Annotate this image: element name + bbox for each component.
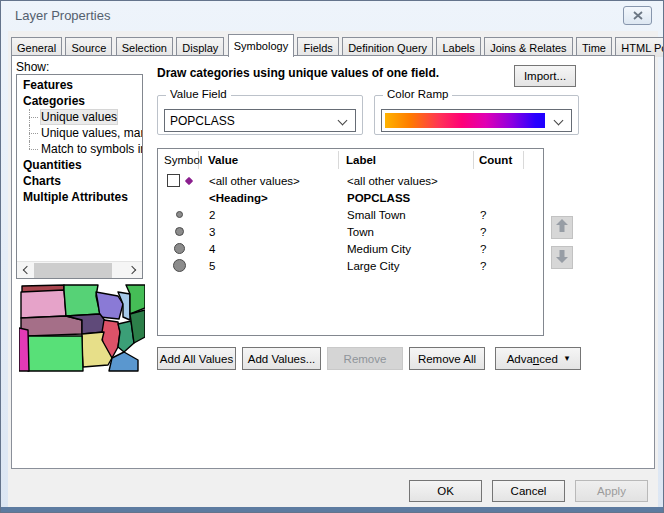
value-field-label: Value Field bbox=[166, 88, 231, 100]
tab-general[interactable]: General bbox=[11, 37, 62, 57]
add-values-button[interactable]: Add Values... bbox=[242, 347, 321, 370]
tab-labels[interactable]: Labels bbox=[436, 37, 480, 57]
value-field-value: POPCLASS bbox=[165, 114, 235, 128]
table-row[interactable]: <Heading> POPCLASS bbox=[159, 189, 525, 206]
value-field-group: Value Field POPCLASS bbox=[157, 95, 363, 135]
apply-button[interactable]: Apply bbox=[575, 480, 648, 502]
color-ramp-label: Color Ramp bbox=[383, 88, 452, 100]
tab-bar: General Source Selection Display Symbolo… bbox=[11, 34, 664, 56]
show-item-categories[interactable]: Categories bbox=[17, 93, 142, 109]
table-row[interactable]: 5 Large City ? bbox=[159, 257, 525, 274]
tab-fields[interactable]: Fields bbox=[297, 37, 338, 57]
value-field-combobox[interactable]: POPCLASS bbox=[164, 109, 356, 132]
header-count[interactable]: Count bbox=[474, 151, 524, 169]
tab-definition-query[interactable]: Definition Query bbox=[342, 37, 433, 57]
color-ramp-group: Color Ramp bbox=[374, 95, 579, 135]
header-symbol[interactable]: Symbol bbox=[158, 151, 199, 169]
graduated-symbol[interactable] bbox=[174, 243, 185, 254]
dialog-client-area: General Source Selection Display Symbolo… bbox=[8, 31, 658, 508]
import-button[interactable]: Import... bbox=[514, 65, 576, 87]
move-down-button[interactable] bbox=[551, 246, 573, 269]
window-title: Layer Properties bbox=[15, 8, 110, 23]
layer-properties-dialog: Layer Properties General Source Selectio… bbox=[0, 0, 664, 513]
remove-all-button[interactable]: Remove All bbox=[409, 347, 485, 370]
graduated-symbol[interactable] bbox=[176, 211, 183, 218]
color-ramp-combobox[interactable] bbox=[381, 109, 572, 132]
table-row[interactable]: 4 Medium City ? bbox=[159, 240, 525, 257]
all-other-values-symbol[interactable] bbox=[185, 176, 193, 184]
table-header: Symbol Value Label Count bbox=[158, 149, 543, 171]
down-arrow-icon bbox=[554, 248, 570, 267]
move-up-button[interactable] bbox=[551, 216, 573, 239]
tab-time[interactable]: Time bbox=[576, 37, 612, 57]
up-arrow-icon bbox=[554, 218, 570, 237]
remove-button[interactable]: Remove bbox=[327, 347, 403, 370]
show-item-multiple-attributes[interactable]: Multiple Attributes bbox=[17, 189, 142, 205]
show-item-match-to-symbols[interactable]: Match to symbols in a bbox=[17, 141, 142, 157]
color-ramp-swatch bbox=[385, 113, 545, 128]
chevron-down-icon bbox=[338, 116, 348, 126]
unique-values-table: Symbol Value Label Count <all other valu… bbox=[157, 148, 544, 336]
scroll-right-arrow-icon[interactable] bbox=[125, 262, 142, 279]
advanced-button[interactable]: Advanced ▾ bbox=[495, 347, 581, 370]
ok-button[interactable]: OK bbox=[409, 480, 482, 502]
horizontal-scrollbar[interactable] bbox=[17, 261, 142, 278]
show-item-unique-values[interactable]: Unique values bbox=[17, 109, 142, 125]
tab-display[interactable]: Display bbox=[176, 37, 224, 57]
show-item-features[interactable]: Features bbox=[17, 77, 142, 93]
cancel-button[interactable]: Cancel bbox=[492, 480, 565, 502]
graduated-symbol[interactable] bbox=[175, 227, 184, 236]
table-row[interactable]: 3 Town ? bbox=[159, 223, 525, 240]
scroll-left-arrow-icon[interactable] bbox=[17, 262, 34, 279]
all-other-values-checkbox[interactable] bbox=[167, 174, 180, 187]
tab-html-popup[interactable]: HTML Popup bbox=[615, 37, 664, 57]
show-label: Show: bbox=[16, 60, 49, 74]
show-item-quantities[interactable]: Quantities bbox=[17, 157, 142, 173]
table-row[interactable]: <all other values> <all other values> bbox=[159, 172, 525, 189]
close-button[interactable] bbox=[623, 6, 652, 25]
graduated-symbol[interactable] bbox=[173, 259, 186, 272]
tab-joins-relates[interactable]: Joins & Relates bbox=[484, 37, 572, 57]
table-row[interactable]: 2 Small Town ? bbox=[159, 206, 525, 223]
symbology-page: Show: Features Categories Unique values … bbox=[11, 55, 655, 469]
tab-symbology[interactable]: Symbology bbox=[228, 34, 294, 57]
show-listbox: Features Categories Unique values Unique… bbox=[16, 74, 143, 279]
show-item-unique-values-many[interactable]: Unique values, many bbox=[17, 125, 142, 141]
header-value[interactable]: Value bbox=[199, 151, 339, 169]
header-label[interactable]: Label bbox=[339, 151, 474, 169]
show-item-charts[interactable]: Charts bbox=[17, 173, 142, 189]
add-all-values-button[interactable]: Add All Values bbox=[157, 347, 236, 370]
close-icon bbox=[633, 9, 643, 23]
tab-selection[interactable]: Selection bbox=[116, 37, 173, 57]
map-preview bbox=[19, 283, 145, 373]
chevron-down-icon bbox=[554, 116, 564, 126]
panel-heading: Draw categories using unique values of o… bbox=[157, 66, 507, 80]
caret-down-icon: ▾ bbox=[565, 354, 570, 363]
scrollbar-thumb[interactable] bbox=[34, 263, 112, 278]
tab-source[interactable]: Source bbox=[65, 37, 112, 57]
